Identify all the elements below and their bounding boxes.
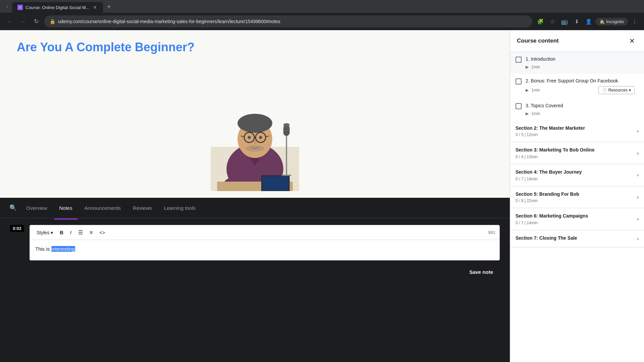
item-3-checkbox[interactable] (516, 103, 522, 109)
slide-title: Are You A Complete Beginner? (0, 30, 510, 61)
play-icon-1: ▶ (526, 65, 529, 69)
extensions-icon[interactable]: 🧩 (535, 16, 546, 27)
ul-icon: ≡ (90, 230, 93, 236)
incognito-label: Incognito (606, 19, 624, 24)
section-7-header[interactable]: Section 7: Closing The Sale › (510, 230, 644, 248)
section-5-name: Section 5: Branding For Bob (516, 191, 637, 198)
svg-point-13 (246, 145, 264, 152)
section-5-header[interactable]: Section 5: Branding For Bob 0 / 8 | 22mi… (510, 186, 644, 208)
menu-button[interactable]: ⋮ (629, 16, 640, 27)
char-count: 981 (488, 230, 495, 235)
sidebar-title: Course content (517, 38, 559, 44)
search-tab-icon[interactable]: 🔍 (7, 201, 19, 214)
tab-learning-tools[interactable]: Learning tools (159, 202, 201, 214)
item-2-duration: 1min (531, 88, 540, 93)
sidebar: Course content ✕ 1. Introduction ▶ 1min (510, 30, 644, 362)
course-item-3[interactable]: 3. Topics Covered ▶ 1min (510, 99, 644, 120)
item-2-meta: ▶ 1min 📄 Resources ▾ (526, 86, 635, 94)
section-4-header[interactable]: Section 4: The Buyer Journey 0 / 7 | 14m… (510, 164, 644, 186)
active-tab[interactable]: U Course: Online Digital Social M... ✕ (12, 2, 103, 13)
item-1-title: 1. Introduction (526, 56, 635, 63)
code-button[interactable]: <> (97, 229, 108, 237)
forward-button[interactable]: → (17, 16, 28, 27)
dropdown-arrow: ▾ (51, 230, 53, 235)
refresh-button[interactable]: ↻ (31, 16, 42, 27)
section-7-chevron: › (637, 236, 639, 241)
svg-point-11 (259, 136, 262, 139)
tabs-row: 🔍 Overview Notes Announcements Reviews L… (0, 198, 510, 218)
ol-icon: ☰ (78, 229, 83, 236)
section-4-name: Section 4: The Buyer Journey (516, 169, 637, 176)
save-note-button[interactable]: Save note (463, 266, 500, 278)
resources-icon: 📄 (602, 88, 607, 93)
presenter-illustration (208, 84, 302, 191)
section-3-meta: 0 / 4 | 13min (516, 155, 637, 159)
section-6-chevron: › (637, 216, 639, 222)
item-2-checkbox[interactable] (516, 78, 522, 84)
note-toolbar: Styles ▾ B I ☰ ≡ <> 9 (30, 225, 499, 240)
address-text: udemy.com/course/online-digital-social-m… (58, 19, 527, 24)
notes-section: 0:02 Styles ▾ B I ☰ (0, 218, 510, 362)
incognito-icon: 🕵 (599, 19, 605, 24)
tab-announcements[interactable]: Announcements (79, 202, 126, 214)
svg-point-4 (237, 114, 272, 132)
section-3-name: Section 3: Marketing To Bob Online (516, 147, 637, 154)
incognito-button[interactable]: 🕵 Incognito (595, 18, 628, 25)
section-4-meta: 0 / 7 | 14min (516, 177, 637, 181)
sidebar-scroll[interactable]: 1. Introduction ▶ 1min 2. Bonus: Free Su… (510, 52, 644, 362)
section-6-header[interactable]: Section 6: Marketing Campaigns 0 / 7 | 1… (510, 208, 644, 230)
section-3-info: Section 3: Marketing To Bob Online 0 / 4… (516, 147, 637, 159)
new-tab-button[interactable]: + (104, 2, 114, 11)
section-4-chevron: › (637, 172, 639, 178)
item-3-meta: ▶ 1min (526, 111, 635, 116)
svg-rect-19 (262, 176, 289, 191)
note-content[interactable]: This is interesting (30, 240, 499, 260)
section-2-chevron: › (637, 128, 639, 134)
timestamp-badge: 0:02 (10, 225, 24, 232)
course-item-2[interactable]: 2. Bonus: Free Support Group On Facebook… (510, 74, 644, 99)
tab-group-arrow[interactable]: › (3, 2, 12, 11)
italic-button[interactable]: I (67, 228, 74, 237)
bookmark-icon[interactable]: ☆ (547, 16, 558, 27)
styles-dropdown[interactable]: Styles ▾ (34, 229, 56, 237)
item-2-title: 2. Bonus: Free Support Group On Facebook (526, 78, 635, 84)
sidebar-close-button[interactable]: ✕ (627, 36, 637, 46)
cancel-button[interactable]: Cancel (429, 266, 459, 278)
unordered-list-button[interactable]: ≡ (87, 228, 95, 237)
download-icon[interactable]: ⬇ (571, 16, 582, 27)
tab-overview[interactable]: Overview (21, 202, 53, 214)
bold-button[interactable]: B (57, 228, 66, 237)
cast-icon[interactable]: 📺 (559, 16, 570, 27)
tab-close-button[interactable]: ✕ (92, 5, 98, 10)
lock-icon: 🔒 (50, 19, 55, 24)
note-text-selected: interesting (51, 246, 75, 252)
item-3-body: 3. Topics Covered ▶ 1min (522, 103, 639, 116)
section-5-chevron: › (637, 194, 639, 200)
note-editor: Styles ▾ B I ☰ ≡ <> 9 (30, 225, 500, 260)
section-5-info: Section 5: Branding For Bob 0 / 8 | 22mi… (516, 191, 637, 203)
section-3-header[interactable]: Section 3: Marketing To Bob Online 0 / 4… (510, 142, 644, 164)
video-player[interactable]: Are You A Complete Beginner? (0, 30, 510, 198)
tab-notes[interactable]: Notes (54, 202, 78, 214)
section-6-name: Section 6: Marketing Campaigns (516, 213, 637, 220)
course-item-1[interactable]: 1. Introduction ▶ 1min (510, 52, 644, 74)
section-2-info: Section 2: The Master Marketer 0 / 5 | 1… (516, 125, 637, 137)
section-2-header[interactable]: Section 2: The Master Marketer 0 / 5 | 1… (510, 120, 644, 142)
tab-reviews[interactable]: Reviews (127, 202, 157, 214)
item-1-body: 1. Introduction ▶ 1min (522, 56, 639, 69)
resources-button[interactable]: 📄 Resources ▾ (598, 86, 635, 94)
browser-chrome: › U Course: Online Digital Social M... ✕… (0, 0, 644, 30)
section-6-meta: 0 / 7 | 14min (516, 221, 637, 225)
profile-icon[interactable]: 👤 (583, 16, 594, 27)
svg-point-12 (253, 140, 256, 144)
item-3-duration: 1min (531, 111, 540, 116)
note-text-before: This is (35, 246, 51, 252)
section-7-info: Section 7: Closing The Sale (516, 235, 637, 243)
item-1-checkbox[interactable] (516, 57, 522, 63)
back-button[interactable]: ← (4, 16, 15, 27)
ordered-list-button[interactable]: ☰ (75, 228, 86, 237)
section-2-name: Section 2: The Master Marketer (516, 125, 637, 132)
section-6-info: Section 6: Marketing Campaigns 0 / 7 | 1… (516, 213, 637, 225)
section-7-name: Section 7: Closing The Sale (516, 235, 637, 242)
address-bar[interactable]: 🔒 udemy.com/course/online-digital-social… (44, 15, 532, 27)
